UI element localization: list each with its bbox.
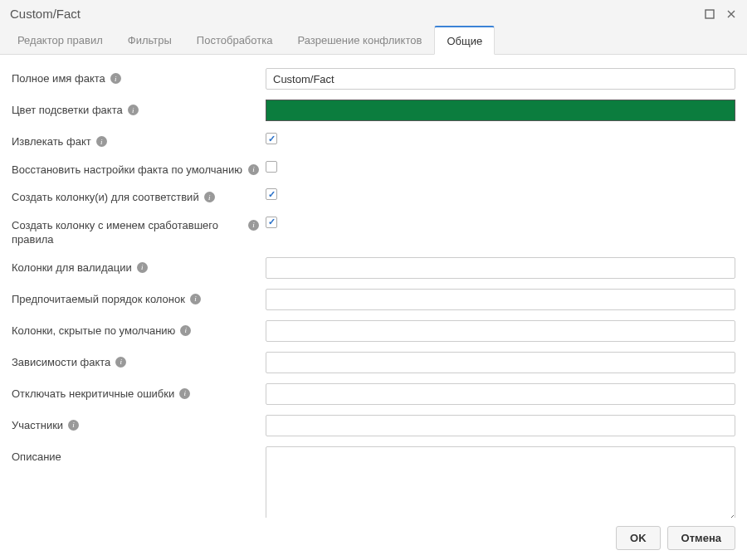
row-extract-fact: Извлекать факт i: [12, 126, 735, 154]
info-icon[interactable]: i: [137, 262, 148, 273]
close-icon[interactable]: [725, 8, 737, 20]
create-match-cols-checkbox[interactable]: [266, 188, 277, 200]
label-suppress-noncrit: Отключать некритичные ошибки i: [12, 383, 266, 402]
label-highlight-color: Цвет подсветки факта i: [12, 100, 266, 118]
info-icon[interactable]: i: [179, 388, 190, 399]
label-create-rule-col: Создать колонку с именем сработавшего пр…: [12, 215, 266, 247]
info-icon[interactable]: i: [68, 420, 79, 431]
label-restore-defaults: Восстановить настройки факта по умолчани…: [12, 159, 266, 178]
dependencies-input[interactable]: [266, 352, 735, 373]
row-create-rule-col: Создать колонку с именем сработавшего пр…: [12, 210, 735, 252]
preferred-order-input[interactable]: [266, 289, 735, 310]
row-full-name: Полное имя факта i: [12, 63, 735, 95]
label-participants: Участники i: [12, 415, 266, 433]
dialog-header: Custom/Fact: [0, 0, 747, 26]
cancel-button[interactable]: Отмена: [667, 526, 735, 550]
hidden-cols-input[interactable]: [266, 320, 735, 342]
label-description: Описание: [12, 446, 266, 465]
restore-defaults-checkbox[interactable]: [266, 161, 277, 173]
label-hidden-cols: Колонки, скрытые по умолчанию i: [12, 320, 266, 338]
full-name-input[interactable]: [266, 68, 735, 90]
info-icon[interactable]: i: [115, 357, 126, 368]
tabs: Редактор правил Фильтры Постобработка Ра…: [0, 26, 747, 55]
row-suppress-noncrit: Отключать некритичные ошибки i: [12, 378, 735, 410]
tab-rule-editor[interactable]: Редактор правил: [5, 26, 115, 55]
row-preferred-order: Предпочитаемый порядок колонок i: [12, 284, 735, 315]
form-body: Полное имя факта i Цвет подсветки факта …: [0, 55, 747, 518]
row-validation-cols: Колонки для валидации i: [12, 252, 735, 284]
info-icon[interactable]: i: [248, 164, 259, 175]
extract-fact-checkbox[interactable]: [266, 133, 277, 144]
svg-rect-0: [706, 10, 714, 18]
info-icon[interactable]: i: [128, 105, 139, 115]
dialog: Custom/Fact Редактор правил Фильтры Пост…: [0, 0, 747, 560]
label-validation-cols: Колонки для валидации i: [12, 257, 266, 275]
suppress-noncrit-input[interactable]: [266, 383, 735, 405]
dialog-footer: OK Отмена: [0, 518, 747, 560]
label-extract-fact: Извлекать факт i: [12, 131, 266, 149]
validation-cols-input[interactable]: [266, 257, 735, 279]
row-dependencies: Зависимости факта i: [12, 347, 735, 378]
info-icon[interactable]: i: [110, 73, 121, 84]
description-textarea[interactable]: [266, 446, 735, 518]
participants-input[interactable]: [266, 415, 735, 436]
highlight-color-swatch[interactable]: [266, 100, 735, 121]
label-full-name: Полное имя факта i: [12, 68, 266, 86]
row-hidden-cols: Колонки, скрытые по умолчанию i: [12, 315, 735, 347]
info-icon[interactable]: i: [190, 294, 201, 304]
tab-postprocessing[interactable]: Постобработка: [184, 26, 286, 55]
create-rule-col-checkbox[interactable]: [266, 217, 277, 228]
label-preferred-order: Предпочитаемый порядок колонок i: [12, 289, 266, 307]
header-icons: [704, 8, 737, 20]
info-icon[interactable]: i: [248, 220, 259, 231]
ok-button[interactable]: OK: [616, 526, 661, 550]
label-dependencies: Зависимости факта i: [12, 352, 266, 370]
dialog-title: Custom/Fact: [10, 7, 704, 21]
row-highlight-color: Цвет подсветки факта i: [12, 95, 735, 126]
tab-conflict-resolution[interactable]: Разрешение конфликтов: [285, 26, 434, 55]
row-restore-defaults: Восстановить настройки факта по умолчани…: [12, 154, 735, 183]
row-create-match-cols: Создать колонку(и) для соответствий i: [12, 182, 735, 210]
row-description: Описание: [12, 441, 735, 518]
info-icon[interactable]: i: [96, 136, 107, 147]
tab-filters[interactable]: Фильтры: [115, 26, 184, 55]
maximize-icon[interactable]: [704, 8, 715, 20]
row-participants: Участники i: [12, 410, 735, 441]
tab-general[interactable]: Общие: [434, 26, 495, 55]
label-create-match-cols: Создать колонку(и) для соответствий i: [12, 187, 266, 205]
info-icon[interactable]: i: [204, 192, 215, 202]
info-icon[interactable]: i: [180, 325, 191, 336]
